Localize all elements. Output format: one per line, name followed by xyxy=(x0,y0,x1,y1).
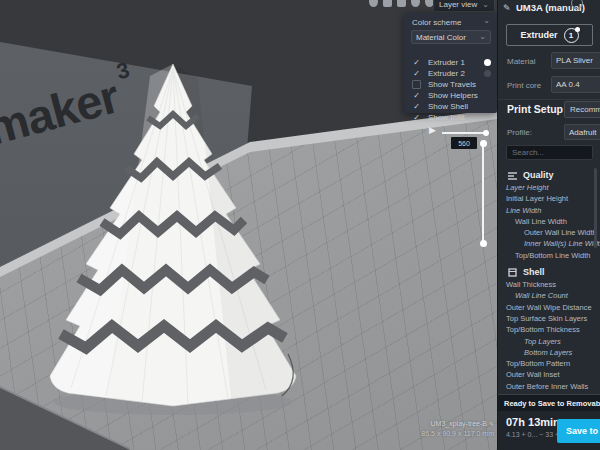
checkbox-row-show-travels[interactable]: Show Travels xyxy=(412,79,491,89)
settings-scrollbar[interactable] xyxy=(594,168,597,248)
view-top-icon[interactable] xyxy=(397,0,406,7)
cura-application-window: maker3 xyxy=(0,0,600,450)
extruder-tab-button[interactable]: Extruder 1 xyxy=(506,24,593,46)
chevron-down-icon: ⌄ xyxy=(482,2,489,8)
view-front-icon[interactable] xyxy=(383,0,392,7)
setting-item[interactable]: Layer Height xyxy=(498,182,600,193)
chevron-down-icon: ⌄ xyxy=(479,34,486,40)
checkbox-row-extruder-2[interactable]: ✓ Extruder 2 xyxy=(412,68,491,78)
section-header-quality[interactable]: Quality xyxy=(498,168,600,182)
rename-pencil-icon[interactable]: ✎ xyxy=(489,421,494,427)
view-3d-icon[interactable] xyxy=(369,0,378,7)
checkbox-row-extruder-1[interactable]: ✓ Extruder 1 xyxy=(412,57,491,67)
checkbox-row-show-helpers[interactable]: ✓ Show Helpers xyxy=(412,90,491,100)
layer-slider-bottom-handle[interactable] xyxy=(480,240,487,247)
model-name: UM3_xplay-tree-B xyxy=(431,420,487,427)
printer-name: ✎ UM3A (manual) xyxy=(504,2,585,13)
print-core-dropdown[interactable]: AA 0.4 xyxy=(551,76,600,93)
material-label: Material xyxy=(507,57,535,66)
profile-label: Profile: xyxy=(507,128,532,137)
save-button[interactable]: Save to xyxy=(557,419,600,443)
layer-slider-track[interactable] xyxy=(482,144,484,243)
simulation-slider-handle[interactable] xyxy=(483,130,489,136)
view-mode-dropdown[interactable]: Layer view ⌄ xyxy=(433,0,495,12)
setting-item[interactable]: Bottom Layers xyxy=(498,347,600,358)
checkbox-unchecked-icon[interactable] xyxy=(412,80,421,89)
job-summary-bar: 07h 13min 4.13 + 0... ~ 33 + 3g Save to xyxy=(498,411,600,450)
model-3d-tree[interactable] xyxy=(38,58,308,423)
settings-list: Quality Layer Height Initial Layer Heigh… xyxy=(498,164,600,392)
setting-item[interactable]: Outer Before Inner Walls xyxy=(498,381,600,392)
checkbox-checked-icon[interactable]: ✓ xyxy=(412,58,421,67)
checkbox-checked-icon[interactable]: ✓ xyxy=(412,91,421,100)
quality-icon xyxy=(508,171,517,180)
status-ready-text: Ready to Save to Removable Drive xyxy=(498,394,600,411)
setting-item[interactable]: Line Width xyxy=(498,205,600,216)
print-time-estimate: 07h 13min xyxy=(506,416,560,428)
checkbox-row-show-shell[interactable]: ✓ Show Shell xyxy=(412,101,491,111)
extruder1-color-swatch xyxy=(484,59,491,66)
color-scheme-popup: Color scheme ⌄ Material Color ⌄ ✓ Extrud… xyxy=(404,13,497,113)
view-left-icon[interactable] xyxy=(411,0,420,7)
checkbox-row-show-infill[interactable]: ✓ Show Infill xyxy=(412,112,491,122)
layer-number-value: 560 xyxy=(451,137,477,149)
model-info-overlay: UM3_xplay-tree-B✎ 86.5 x 90.9 x 117.0 mm xyxy=(398,419,494,439)
model-dimensions: 86.5 x 90.9 x 117.0 mm xyxy=(398,429,494,439)
collapse-chevron-icon[interactable]: ⌄ xyxy=(483,18,490,27)
setting-item[interactable]: Top Surface Skin Layers xyxy=(498,313,600,324)
sidebar-panel: ✎ UM3A (manual) Extruder 1 Material PLA … xyxy=(497,0,600,450)
simulation-play-icon[interactable]: ▶ xyxy=(429,125,436,135)
material-color-dot xyxy=(575,27,580,32)
extruder-number-badge: 1 xyxy=(564,28,579,43)
extruder2-color-swatch xyxy=(484,70,491,77)
checkbox-checked-icon[interactable]: ✓ xyxy=(412,102,421,111)
recommended-mode-button[interactable]: Recomm xyxy=(564,101,600,118)
search-input[interactable] xyxy=(506,145,593,160)
setting-item[interactable]: Outer Wall Inset xyxy=(498,369,600,380)
setting-item[interactable]: Top/Bottom Pattern xyxy=(498,358,600,369)
profile-dropdown[interactable]: Adafruit xyxy=(564,124,600,140)
print-core-label: Print core xyxy=(507,81,541,90)
view-mode-label: Layer view xyxy=(439,0,477,9)
view-toolbar xyxy=(369,0,434,7)
setting-item[interactable]: Wall Line Count xyxy=(498,290,600,301)
setting-item[interactable]: Outer Wall Wipe Distance xyxy=(498,302,600,313)
print-setup-title: Print Setup xyxy=(507,103,563,115)
layer-slider-top-handle[interactable] xyxy=(480,140,487,147)
setting-item[interactable]: Initial Layer Height xyxy=(498,193,600,204)
simulation-slider-track[interactable] xyxy=(442,132,486,134)
shell-icon xyxy=(508,268,517,277)
setting-item[interactable]: Wall Thickness xyxy=(498,279,600,290)
material-dropdown[interactable]: PLA Silver xyxy=(551,52,600,69)
setting-item[interactable]: Wall Line Width xyxy=(498,216,600,227)
setting-item[interactable]: Inner Wall(s) Line Width xyxy=(498,238,600,249)
divider xyxy=(498,99,600,100)
setting-item[interactable]: Top Layers xyxy=(498,336,600,347)
checkbox-checked-icon[interactable]: ✓ xyxy=(412,113,421,122)
setting-item[interactable]: Outer Wall Line Width xyxy=(498,227,600,238)
color-scheme-title: Color scheme xyxy=(412,18,461,27)
setting-item[interactable]: Top/Bottom Thickness xyxy=(498,324,600,335)
section-header-shell[interactable]: Shell xyxy=(498,265,600,279)
checkbox-checked-icon[interactable]: ✓ xyxy=(412,69,421,78)
setting-item[interactable]: Top/Bottom Line Width xyxy=(498,250,600,261)
edit-pencil-icon[interactable]: ✎ xyxy=(503,3,511,13)
color-scheme-dropdown[interactable]: Material Color ⌄ xyxy=(411,30,491,44)
